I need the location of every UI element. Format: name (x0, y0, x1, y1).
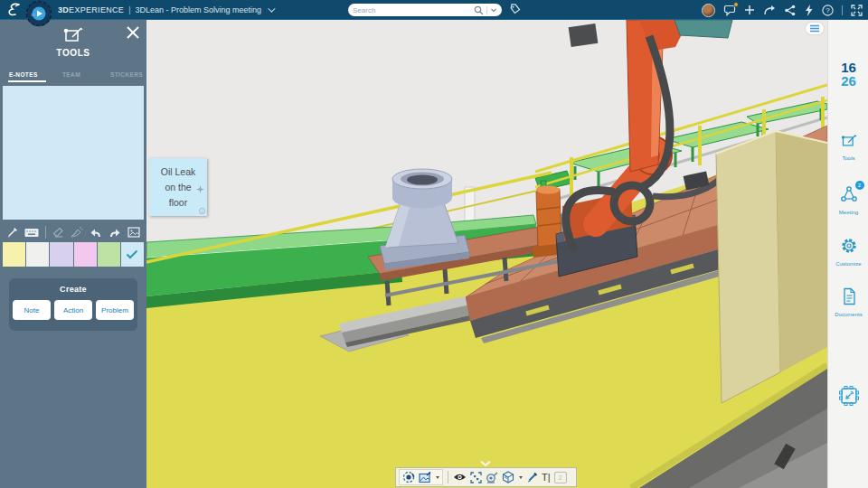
document-icon (841, 287, 857, 309)
clear-all-tool-icon[interactable] (70, 227, 83, 239)
sidebar-label: Customize (835, 261, 861, 267)
insert-image-icon[interactable] (127, 227, 140, 238)
sidebar-label: Documents (835, 312, 862, 317)
meeting-icon: 2 (840, 185, 858, 207)
meeting-badge: 2 (855, 181, 864, 190)
clock-minute: 26 (828, 74, 868, 88)
gear-icon (840, 237, 858, 258)
tab-e-notes[interactable]: E-NOTES (9, 71, 38, 78)
color-swatches (3, 242, 144, 267)
tools-icon (840, 133, 858, 153)
visibility-eye-icon[interactable] (453, 473, 467, 482)
2d-mode-icon-disabled: 2 (554, 472, 567, 483)
search-icon[interactable] (474, 5, 484, 15)
search-input[interactable] (353, 6, 474, 14)
orbit-view-icon[interactable] (402, 471, 415, 483)
3d-viewport[interactable]: Oil Leak on the floor i (146, 20, 827, 488)
sidebar-item-meeting[interactable]: 2 Meeting (828, 185, 868, 215)
global-search (348, 4, 502, 16)
note-toolbar (0, 223, 146, 241)
section-cube-icon[interactable] (502, 471, 514, 483)
measure-icon[interactable] (486, 472, 498, 483)
sidebar-item-customize[interactable]: Customize (828, 237, 868, 267)
capture-dropdown-icon[interactable] (436, 476, 439, 479)
swatch-green[interactable] (98, 242, 120, 267)
view-toolbar: T| 2 (395, 467, 577, 487)
create-section: Create Note Action Problem (9, 278, 137, 331)
search-divider (486, 6, 487, 14)
3ds-logo-icon (6, 2, 23, 22)
3dexperience-app: 3DEXPERIENCE | 3DLean - Problem Solving … (0, 0, 868, 488)
share-forward-icon[interactable] (763, 5, 776, 15)
pen-tool-icon[interactable] (6, 227, 18, 239)
app-titlebar[interactable]: 3DEXPERIENCE | 3DLean - Problem Solving … (58, 0, 273, 20)
title-chevron-down-icon[interactable] (268, 5, 275, 12)
title-divider: | (128, 5, 130, 14)
eraser-tool-icon[interactable] (52, 227, 64, 239)
svg-text:?: ? (826, 6, 830, 14)
right-sidebar: 16 26 Tools 2 Meeting Customize (827, 20, 868, 488)
add-icon[interactable] (744, 5, 755, 15)
toolbar-separator (45, 226, 46, 239)
undo-icon[interactable] (90, 227, 102, 238)
meeting-clock: 16 26 (828, 61, 868, 88)
app-title: 3DLean - Problem Solving meeting (135, 5, 261, 14)
tools-panel: TOOLS E-NOTES TEAM STICKERS (0, 20, 146, 488)
panel-tabs: E-NOTES TEAM STICKERS (0, 65, 146, 87)
swatch-white[interactable] (26, 242, 49, 267)
viewport-menu-icon[interactable] (806, 23, 824, 34)
3d-compass-icon[interactable]: 3D (25, 0, 52, 31)
active-tab-underline (8, 80, 46, 82)
tag-icon[interactable] (508, 3, 522, 16)
create-title: Create (9, 285, 137, 294)
swatch-blue-selected[interactable] (121, 242, 144, 267)
minimize-panel-icon[interactable] (837, 384, 861, 408)
fit-all-icon[interactable] (470, 472, 482, 483)
note-info-icon[interactable]: i (199, 208, 205, 214)
check-icon (126, 249, 138, 259)
sidebar-item-tools[interactable]: Tools (828, 133, 868, 161)
swatch-yellow[interactable] (3, 242, 25, 267)
top-bar: 3DEXPERIENCE | 3DLean - Problem Solving … (0, 0, 868, 20)
swym-community-icon[interactable] (804, 5, 814, 16)
clock-hour: 16 (828, 61, 868, 74)
tools-panel-icon (62, 25, 84, 49)
robot-end-effector (675, 20, 732, 38)
redo-icon[interactable] (108, 227, 121, 238)
swatch-lavender[interactable] (50, 242, 72, 267)
tab-stickers[interactable]: STICKERS (110, 71, 143, 78)
fullscreen-icon[interactable] (851, 5, 863, 16)
share-network-icon[interactable] (784, 5, 796, 16)
sticky-note-line: Oil Leak (149, 164, 207, 180)
create-action-button[interactable]: Action (54, 300, 92, 320)
toolbar-separator (448, 471, 448, 483)
topbar-separator (842, 5, 843, 15)
create-note-button[interactable]: Note (13, 300, 51, 320)
3d-scene (146, 20, 827, 488)
brand-name: 3DEXPERIENCE (58, 5, 124, 14)
panel-title: TOOLS (0, 48, 146, 58)
top-bar-actions: ? (702, 0, 863, 20)
section-dropdown-icon[interactable] (519, 476, 523, 479)
sidebar-label: Tools (842, 155, 854, 161)
swatch-pink[interactable] (74, 242, 97, 267)
capture-view-icon[interactable] (419, 472, 431, 483)
keyboard-tool-icon[interactable] (24, 228, 39, 238)
close-panel-icon[interactable] (127, 26, 139, 42)
user-avatar[interactable] (702, 4, 715, 17)
view-mode-group (399, 469, 443, 485)
text-tool-icon[interactable]: T| (542, 472, 551, 483)
notifications-icon[interactable] (723, 4, 736, 16)
note-drawing-canvas[interactable] (3, 86, 144, 220)
tab-team[interactable]: TEAM (62, 71, 80, 78)
help-icon[interactable]: ? (822, 5, 834, 16)
sidebar-item-documents[interactable]: Documents (828, 287, 868, 317)
sidebar-label: Meeting (839, 210, 858, 215)
create-problem-button[interactable]: Problem (96, 300, 134, 320)
search-scope-chevron-icon[interactable] (490, 6, 497, 14)
annotate-pen-icon[interactable] (526, 472, 538, 483)
notification-badge (733, 2, 739, 7)
svg-text:3D: 3D (31, 13, 35, 17)
note-anchor-icon[interactable] (196, 183, 204, 198)
sticky-note-oil-leak[interactable]: Oil Leak on the floor i (149, 158, 207, 216)
